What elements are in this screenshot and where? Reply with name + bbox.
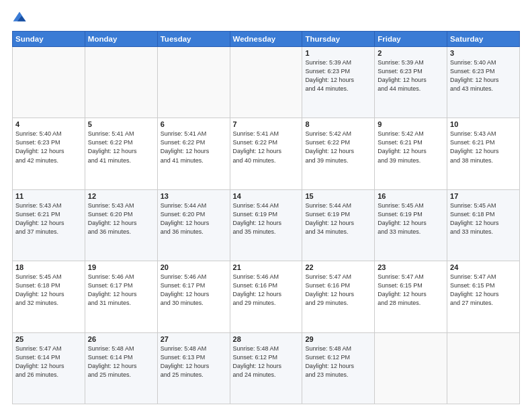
day-number: 4 (15, 120, 82, 128)
day-number: 29 (305, 335, 371, 343)
day-info: Sunrise: 5:42 AM Sunset: 6:22 PM Dayligh… (305, 130, 371, 165)
day-info: Sunrise: 5:47 AM Sunset: 6:16 PM Dayligh… (305, 273, 371, 308)
day-number: 9 (378, 120, 444, 128)
day-info: Sunrise: 5:43 AM Sunset: 6:21 PM Dayligh… (450, 130, 517, 165)
calendar-cell: 6Sunrise: 5:41 AM Sunset: 6:22 PM Daylig… (157, 118, 230, 189)
calendar-cell: 13Sunrise: 5:44 AM Sunset: 6:20 PM Dayli… (157, 189, 230, 261)
calendar-cell: 18Sunrise: 5:45 AM Sunset: 6:18 PM Dayli… (13, 261, 85, 332)
day-number: 10 (450, 120, 517, 128)
day-info: Sunrise: 5:48 AM Sunset: 6:12 PM Dayligh… (233, 345, 300, 379)
day-number: 27 (161, 335, 227, 343)
col-header-thursday: Thursday (302, 32, 375, 47)
calendar-cell: 17Sunrise: 5:45 AM Sunset: 6:18 PM Dayli… (447, 189, 520, 261)
day-info: Sunrise: 5:41 AM Sunset: 6:22 PM Dayligh… (88, 130, 154, 165)
calendar-table: SundayMondayTuesdayWednesdayThursdayFrid… (12, 31, 520, 404)
day-number: 17 (450, 192, 517, 200)
calendar-cell: 3Sunrise: 5:40 AM Sunset: 6:23 PM Daylig… (447, 47, 520, 118)
day-number: 2 (378, 49, 444, 57)
day-info: Sunrise: 5:40 AM Sunset: 6:23 PM Dayligh… (15, 130, 82, 165)
day-info: Sunrise: 5:48 AM Sunset: 6:14 PM Dayligh… (88, 345, 154, 379)
day-info: Sunrise: 5:46 AM Sunset: 6:17 PM Dayligh… (161, 273, 227, 308)
day-number: 28 (233, 335, 300, 343)
calendar-header-row: SundayMondayTuesdayWednesdayThursdayFrid… (13, 32, 520, 47)
calendar-cell: 29Sunrise: 5:48 AM Sunset: 6:12 PM Dayli… (302, 332, 375, 404)
day-info: Sunrise: 5:46 AM Sunset: 6:17 PM Dayligh… (88, 273, 154, 308)
calendar-cell: 12Sunrise: 5:43 AM Sunset: 6:20 PM Dayli… (85, 189, 157, 261)
calendar-cell (230, 47, 302, 118)
calendar-cell (375, 332, 447, 404)
day-number: 25 (15, 335, 82, 343)
calendar-cell: 1Sunrise: 5:39 AM Sunset: 6:23 PM Daylig… (302, 47, 375, 118)
calendar-cell: 8Sunrise: 5:42 AM Sunset: 6:22 PM Daylig… (302, 118, 375, 189)
calendar-cell (157, 47, 230, 118)
calendar-week-row: 25Sunrise: 5:47 AM Sunset: 6:14 PM Dayli… (13, 332, 520, 404)
logo (12, 11, 28, 26)
top-section (12, 11, 520, 26)
calendar-cell: 24Sunrise: 5:47 AM Sunset: 6:15 PM Dayli… (447, 261, 520, 332)
col-header-monday: Monday (85, 32, 157, 47)
calendar-cell: 11Sunrise: 5:43 AM Sunset: 6:21 PM Dayli… (13, 189, 85, 261)
calendar-cell: 10Sunrise: 5:43 AM Sunset: 6:21 PM Dayli… (447, 118, 520, 189)
day-number: 23 (378, 263, 444, 271)
calendar-cell: 26Sunrise: 5:48 AM Sunset: 6:14 PM Dayli… (85, 332, 157, 404)
calendar-cell: 16Sunrise: 5:45 AM Sunset: 6:19 PM Dayli… (375, 189, 447, 261)
calendar-cell (13, 47, 85, 118)
day-info: Sunrise: 5:42 AM Sunset: 6:21 PM Dayligh… (378, 130, 444, 165)
calendar-cell: 4Sunrise: 5:40 AM Sunset: 6:23 PM Daylig… (13, 118, 85, 189)
day-number: 5 (88, 120, 154, 128)
day-number: 15 (305, 192, 371, 200)
day-number: 26 (88, 335, 154, 343)
day-number: 7 (233, 120, 300, 128)
day-number: 18 (15, 263, 82, 271)
day-info: Sunrise: 5:41 AM Sunset: 6:22 PM Dayligh… (233, 130, 300, 165)
page: SundayMondayTuesdayWednesdayThursdayFrid… (0, 0, 532, 411)
calendar-week-row: 1Sunrise: 5:39 AM Sunset: 6:23 PM Daylig… (13, 47, 520, 118)
day-number: 13 (161, 192, 227, 200)
calendar-cell: 23Sunrise: 5:47 AM Sunset: 6:15 PM Dayli… (375, 261, 447, 332)
day-number: 20 (161, 263, 227, 271)
col-header-friday: Friday (375, 32, 447, 47)
day-info: Sunrise: 5:48 AM Sunset: 6:12 PM Dayligh… (305, 345, 371, 379)
day-info: Sunrise: 5:41 AM Sunset: 6:22 PM Dayligh… (161, 130, 227, 165)
day-info: Sunrise: 5:44 AM Sunset: 6:20 PM Dayligh… (161, 201, 227, 236)
col-header-saturday: Saturday (447, 32, 520, 47)
calendar-cell: 25Sunrise: 5:47 AM Sunset: 6:14 PM Dayli… (13, 332, 85, 404)
day-number: 12 (88, 192, 154, 200)
day-info: Sunrise: 5:44 AM Sunset: 6:19 PM Dayligh… (305, 201, 371, 236)
col-header-tuesday: Tuesday (157, 32, 230, 47)
calendar-cell: 14Sunrise: 5:44 AM Sunset: 6:19 PM Dayli… (230, 189, 302, 261)
day-number: 3 (450, 49, 517, 57)
day-info: Sunrise: 5:48 AM Sunset: 6:13 PM Dayligh… (161, 345, 227, 379)
day-info: Sunrise: 5:39 AM Sunset: 6:23 PM Dayligh… (378, 58, 444, 93)
col-header-sunday: Sunday (13, 32, 85, 47)
day-number: 8 (305, 120, 371, 128)
day-info: Sunrise: 5:45 AM Sunset: 6:19 PM Dayligh… (378, 201, 444, 236)
day-info: Sunrise: 5:39 AM Sunset: 6:23 PM Dayligh… (305, 58, 371, 93)
day-number: 11 (15, 192, 82, 200)
calendar-cell: 20Sunrise: 5:46 AM Sunset: 6:17 PM Dayli… (157, 261, 230, 332)
calendar-cell: 7Sunrise: 5:41 AM Sunset: 6:22 PM Daylig… (230, 118, 302, 189)
day-info: Sunrise: 5:47 AM Sunset: 6:14 PM Dayligh… (15, 345, 82, 379)
day-info: Sunrise: 5:45 AM Sunset: 6:18 PM Dayligh… (15, 273, 82, 308)
calendar-cell: 27Sunrise: 5:48 AM Sunset: 6:13 PM Dayli… (157, 332, 230, 404)
day-number: 24 (450, 263, 517, 271)
calendar-cell: 15Sunrise: 5:44 AM Sunset: 6:19 PM Dayli… (302, 189, 375, 261)
day-number: 19 (88, 263, 154, 271)
calendar-cell (85, 47, 157, 118)
col-header-wednesday: Wednesday (230, 32, 302, 47)
day-number: 16 (378, 192, 444, 200)
calendar-week-row: 11Sunrise: 5:43 AM Sunset: 6:21 PM Dayli… (13, 189, 520, 261)
day-info: Sunrise: 5:45 AM Sunset: 6:18 PM Dayligh… (450, 201, 517, 236)
calendar-cell: 19Sunrise: 5:46 AM Sunset: 6:17 PM Dayli… (85, 261, 157, 332)
calendar-cell: 5Sunrise: 5:41 AM Sunset: 6:22 PM Daylig… (85, 118, 157, 189)
day-info: Sunrise: 5:43 AM Sunset: 6:21 PM Dayligh… (15, 201, 82, 236)
calendar-cell: 21Sunrise: 5:46 AM Sunset: 6:16 PM Dayli… (230, 261, 302, 332)
logo-icon (12, 11, 27, 26)
day-number: 21 (233, 263, 300, 271)
calendar-cell: 2Sunrise: 5:39 AM Sunset: 6:23 PM Daylig… (375, 47, 447, 118)
day-info: Sunrise: 5:47 AM Sunset: 6:15 PM Dayligh… (450, 273, 517, 308)
day-number: 1 (305, 49, 371, 57)
day-info: Sunrise: 5:46 AM Sunset: 6:16 PM Dayligh… (233, 273, 300, 308)
day-info: Sunrise: 5:43 AM Sunset: 6:20 PM Dayligh… (88, 201, 154, 236)
calendar-week-row: 18Sunrise: 5:45 AM Sunset: 6:18 PM Dayli… (13, 261, 520, 332)
